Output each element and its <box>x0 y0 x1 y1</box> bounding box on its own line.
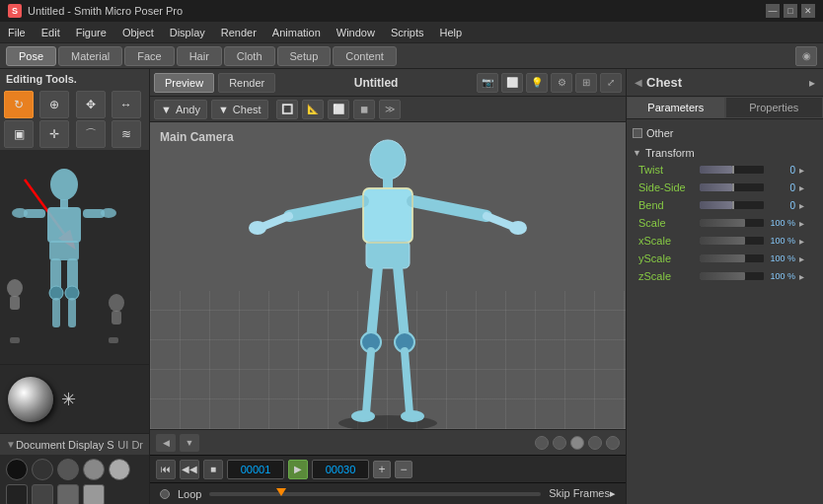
settings-icon[interactable]: ⚙ <box>551 73 572 93</box>
expand-icon[interactable]: ▸ <box>809 76 815 90</box>
tab-render[interactable]: Render <box>218 73 275 93</box>
tool-direct[interactable]: ✛ <box>39 120 69 148</box>
bend-slider[interactable] <box>700 201 764 209</box>
yscale-slider[interactable] <box>700 254 764 262</box>
tool-pan[interactable]: ↔ <box>112 91 141 118</box>
minimize-button[interactable]: — <box>766 4 780 18</box>
tab-properties[interactable]: Properties <box>725 97 824 118</box>
fullscreen-icon[interactable]: ⤢ <box>600 73 622 93</box>
current-frame[interactable]: 00001 <box>227 460 284 479</box>
swatch-8[interactable] <box>83 484 105 504</box>
vb-dot-0[interactable] <box>535 436 549 450</box>
grid-icon[interactable]: ⊞ <box>575 73 597 93</box>
selector-icon-1[interactable]: 🔳 <box>276 100 298 119</box>
svg-line-34 <box>398 266 405 339</box>
swatch-5[interactable] <box>6 484 28 504</box>
add-keyframe[interactable]: + <box>373 461 391 478</box>
swatch-0[interactable] <box>6 459 28 480</box>
tab-material[interactable]: Material <box>58 46 122 66</box>
tab-setup[interactable]: Setup <box>277 46 332 66</box>
menu-render[interactable]: Render <box>213 22 264 42</box>
other-section-header[interactable]: Other <box>633 125 817 141</box>
sideside-expand-icon[interactable]: ▸ <box>799 182 811 193</box>
menu-file[interactable]: File <box>0 22 34 42</box>
swatch-2[interactable] <box>57 459 79 480</box>
camera-icon[interactable]: 📷 <box>477 73 498 93</box>
other-checkbox[interactable] <box>633 128 642 138</box>
sideside-fill <box>700 183 732 191</box>
maximize-button[interactable]: □ <box>784 4 797 18</box>
tab-hair[interactable]: Hair <box>177 46 222 66</box>
viewport-bottom: ◀ ▼ <box>150 429 626 455</box>
sun-icon[interactable]: ✳ <box>61 389 76 410</box>
render-icon[interactable]: ⬜ <box>501 73 523 93</box>
yscale-expand-icon[interactable]: ▸ <box>799 253 811 264</box>
sideside-slider[interactable] <box>700 183 764 191</box>
twist-expand-icon[interactable]: ▸ <box>799 165 811 176</box>
menu-edit[interactable]: Edit <box>34 22 68 42</box>
viewport-3d[interactable]: Main Camera <box>150 122 626 429</box>
tool-zoom[interactable]: ⊕ <box>39 91 69 118</box>
close-button[interactable]: ✕ <box>801 4 815 18</box>
figure-selector[interactable]: ▼ Andy <box>154 100 207 119</box>
vb-dot-2[interactable] <box>570 436 584 450</box>
play[interactable]: ▶ <box>288 460 308 479</box>
menu-window[interactable]: Window <box>329 22 383 42</box>
tool-select[interactable]: ▣ <box>4 120 34 148</box>
vb-next-icon[interactable]: ▼ <box>180 434 199 452</box>
tool-rotate[interactable]: ↻ <box>4 91 34 118</box>
vb-dot-3[interactable] <box>588 436 602 450</box>
loop-slider[interactable] <box>209 492 541 496</box>
selector-icon-5[interactable]: ≫ <box>379 100 401 119</box>
swatch-6[interactable] <box>32 484 53 504</box>
swatch-4[interactable] <box>109 459 130 480</box>
xscale-expand-icon[interactable]: ▸ <box>799 236 811 247</box>
bend-expand-icon[interactable]: ▸ <box>799 200 811 211</box>
loop-marker <box>276 488 286 496</box>
scale-slider[interactable] <box>700 219 764 227</box>
tab-preview[interactable]: Preview <box>154 73 214 93</box>
menu-display[interactable]: Display <box>162 22 213 42</box>
swatch-1[interactable] <box>32 459 53 480</box>
material-sphere[interactable] <box>8 377 53 422</box>
loop-toggle[interactable] <box>160 489 170 499</box>
xscale-slider[interactable] <box>700 237 764 245</box>
tab-cloth[interactable]: Cloth <box>224 46 275 66</box>
zscale-label: zScale <box>638 270 696 282</box>
body-part-selector[interactable]: ▼ Chest <box>211 100 268 119</box>
selector-icon-4[interactable]: ◼ <box>353 100 375 119</box>
swatch-7[interactable] <box>57 484 79 504</box>
vb-dot-1[interactable] <box>553 436 566 450</box>
step-back[interactable]: ◀◀ <box>180 460 199 479</box>
menu-animation[interactable]: Animation <box>264 22 329 42</box>
figure-dropdown-arrow: ▼ <box>161 104 172 115</box>
swatch-3[interactable] <box>83 459 105 480</box>
transform-section-header[interactable]: ▼ Transform <box>633 145 817 161</box>
tool-chain[interactable]: ≋ <box>112 120 141 148</box>
selector-bar: ▼ Andy ▼ Chest 🔳 📐 ⬜ ◼ ≫ <box>150 97 626 122</box>
stop[interactable]: ■ <box>203 460 223 479</box>
light-icon[interactable]: 💡 <box>526 73 548 93</box>
zscale-expand-icon[interactable]: ▸ <box>799 271 811 282</box>
scale-expand-icon[interactable]: ▸ <box>799 218 811 229</box>
selector-icon-2[interactable]: 📐 <box>302 100 324 119</box>
play-to-start[interactable]: ⏮ <box>156 460 176 479</box>
menu-scripts[interactable]: Scripts <box>383 22 432 42</box>
vb-dot-4[interactable] <box>606 436 620 450</box>
tab-pose[interactable]: Pose <box>6 46 56 66</box>
total-frames[interactable]: 00030 <box>312 460 369 479</box>
twist-slider[interactable] <box>700 166 764 174</box>
menu-help[interactable]: Help <box>432 22 471 42</box>
vb-prev-icon[interactable]: ◀ <box>156 434 176 452</box>
menu-figure[interactable]: Figure <box>68 22 114 42</box>
zscale-slider[interactable] <box>700 272 764 280</box>
remove-keyframe[interactable]: − <box>395 461 412 478</box>
tab-face[interactable]: Face <box>124 46 174 66</box>
xscale-fill <box>700 237 745 245</box>
tab-content[interactable]: Content <box>333 46 397 66</box>
tool-translate[interactable]: ✥ <box>76 91 106 118</box>
selector-icon-3[interactable]: ⬜ <box>328 100 349 119</box>
tab-parameters[interactable]: Parameters <box>627 97 725 118</box>
menu-object[interactable]: Object <box>114 22 162 42</box>
tool-morph[interactable]: ⌒ <box>76 120 106 148</box>
